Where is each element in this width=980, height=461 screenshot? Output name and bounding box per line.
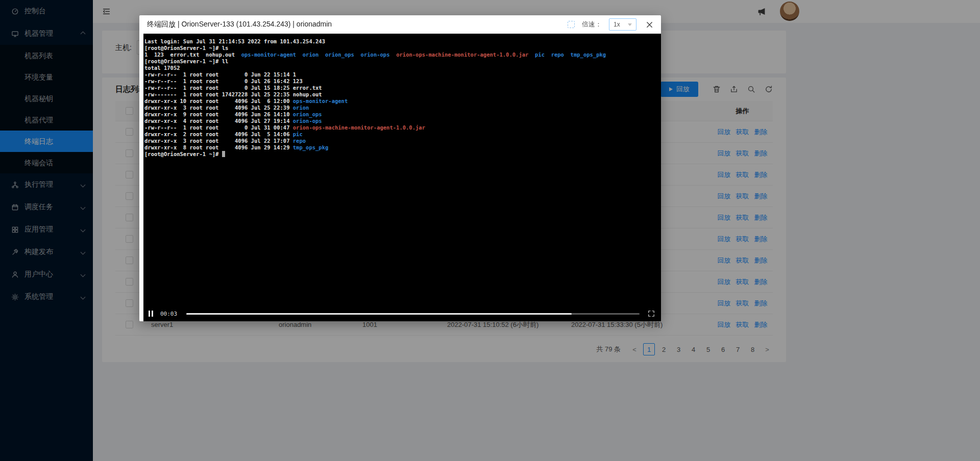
terminal-text: pic bbox=[535, 52, 545, 58]
terminal-text: -rw------- 1 root root 17427228 Jul 25 2… bbox=[144, 91, 322, 97]
terminal-screen: Last login: Sun Jul 31 21:14:53 2022 fro… bbox=[143, 34, 661, 321]
speed-select[interactable]: 1x bbox=[609, 18, 636, 31]
fullscreen-button[interactable] bbox=[648, 310, 655, 317]
terminal-text: tmp_ops_pkg bbox=[293, 144, 329, 150]
terminal-text: -rw-r--r-- 1 root root 0 Jul 26 16:42 12… bbox=[144, 78, 303, 84]
terminal-text: drwxr-xr-x 9 root root 4096 Jun 26 14:10 bbox=[144, 111, 293, 117]
terminal-text bbox=[390, 52, 397, 58]
terminal-text bbox=[564, 52, 571, 58]
terminal-replay-modal: 终端回放 | OrionServer-133 (101.43.254.243) … bbox=[139, 15, 661, 321]
terminal-text bbox=[528, 52, 535, 58]
terminal-text: [root@OrionServer-1 ~]# bbox=[144, 151, 222, 157]
terminal-text: [root@OrionServer-1 ~]# ll bbox=[144, 58, 228, 64]
terminal-text: orion bbox=[303, 52, 319, 58]
dashed-box-icon[interactable] bbox=[568, 21, 575, 28]
terminal-text: orion-ops bbox=[361, 52, 390, 58]
player-controls: 00:03 bbox=[143, 306, 661, 321]
terminal-text: repo bbox=[551, 52, 564, 58]
terminal-text: orion bbox=[293, 105, 309, 111]
terminal-text: drwxr-xr-x 3 root root 4096 Jul 22 17:07 bbox=[144, 138, 293, 144]
player-time: 00:03 bbox=[160, 311, 177, 317]
close-icon[interactable] bbox=[646, 21, 653, 29]
terminal-text: drwxr-xr-x 10 root root 4096 Jul 6 12:00 bbox=[144, 98, 293, 104]
terminal-text: -rw-r--r-- 1 root root 0 Jul 31 00:47 bbox=[144, 124, 293, 131]
terminal-text bbox=[545, 52, 551, 58]
modal-header: 终端回放 | OrionServer-133 (101.43.254.243) … bbox=[139, 15, 661, 34]
terminal-text: [root@OrionServer-1 ~]# ls bbox=[144, 45, 228, 51]
player-progress-played bbox=[186, 313, 572, 315]
terminal-text bbox=[296, 52, 303, 58]
terminal-text: 1 123 error.txt nohup.out bbox=[144, 52, 241, 58]
terminal-text: total 17052 bbox=[144, 65, 180, 71]
terminal-text bbox=[354, 52, 361, 58]
terminal-text: -rw-r--r-- 1 root root 0 Jul 15 18:25 er… bbox=[144, 85, 322, 91]
terminal-text: orion_ops bbox=[325, 52, 354, 58]
terminal-cursor bbox=[222, 151, 225, 157]
terminal-text: drwxr-xr-x 3 root root 4096 Jul 25 22:39 bbox=[144, 105, 293, 111]
terminal-text: Last login: Sun Jul 31 21:14:53 2022 fro… bbox=[144, 38, 325, 44]
player-progress-bar[interactable] bbox=[186, 313, 640, 315]
terminal-text: ops-monitor-agent bbox=[293, 98, 348, 104]
terminal-text bbox=[318, 52, 325, 58]
chevron-down-icon bbox=[628, 23, 632, 26]
modal-title: 终端回放 | OrionServer-133 (101.43.254.243) … bbox=[147, 20, 332, 29]
terminal-text: orion-ops-machine-monitor-agent-1.0.0.ja… bbox=[293, 124, 425, 131]
modal-controls: 倍速： 1x bbox=[568, 18, 653, 31]
terminal-text: drwxr-xr-x 8 root root 4096 Jun 29 14:29 bbox=[144, 144, 293, 150]
speed-label: 倍速： bbox=[582, 20, 602, 29]
pause-button[interactable] bbox=[146, 309, 155, 319]
terminal-text: repo bbox=[293, 138, 306, 144]
terminal-text: -rw-r--r-- 1 root root 0 Jun 22 15:14 1 bbox=[144, 71, 296, 78]
terminal-text: orion-ops bbox=[293, 118, 322, 124]
terminal-text: orion-ops-machine-monitor-agent-1.0.0.ja… bbox=[396, 52, 528, 58]
terminal-text: drwxr-xr-x 2 root root 4096 Jul 5 14:06 bbox=[144, 131, 293, 137]
speed-value: 1x bbox=[614, 21, 620, 28]
terminal-text: ops-monitor-agent bbox=[241, 52, 296, 58]
terminal-text: orion_ops bbox=[293, 111, 322, 117]
terminal-text: tmp_ops_pkg bbox=[571, 52, 606, 58]
terminal-text: pic bbox=[293, 131, 303, 137]
terminal-text: drwxr-xr-x 4 root root 4096 Jul 27 19:14 bbox=[144, 118, 293, 124]
terminal-output: Last login: Sun Jul 31 21:14:53 2022 fro… bbox=[143, 34, 661, 158]
